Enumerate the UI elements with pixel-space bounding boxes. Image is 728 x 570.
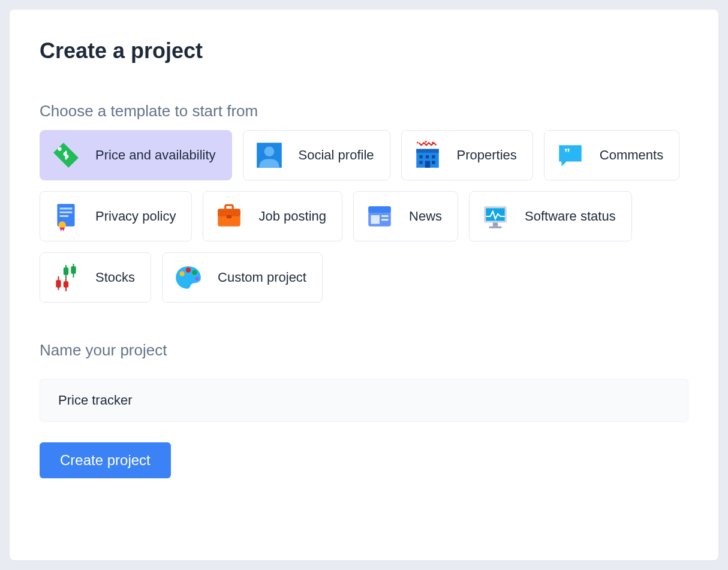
svg-point-0 (58, 147, 61, 150)
svg-marker-4 (416, 141, 419, 144)
svg-rect-13 (432, 161, 435, 164)
svg-point-3 (264, 146, 274, 156)
svg-rect-12 (419, 161, 422, 164)
template-label: Custom project (218, 270, 306, 285)
template-properties[interactable]: Properties (401, 130, 533, 180)
briefcase-icon (213, 200, 245, 233)
building-icon (411, 139, 444, 171)
svg-rect-11 (432, 155, 435, 158)
svg-rect-19 (60, 215, 69, 217)
template-label: Comments (600, 147, 663, 163)
svg-rect-18 (60, 212, 73, 213)
person-icon (253, 139, 285, 171)
svg-rect-39 (64, 281, 68, 287)
name-section: Name your project (40, 341, 688, 422)
template-label: Job posting (258, 209, 326, 224)
svg-rect-17 (60, 207, 73, 209)
svg-point-43 (186, 267, 191, 272)
svg-rect-26 (368, 206, 391, 212)
svg-point-44 (192, 270, 197, 275)
template-custom-project[interactable]: Custom project (162, 252, 323, 303)
palette-icon (172, 261, 204, 294)
svg-marker-5 (424, 140, 427, 143)
template-label: Stocks (95, 270, 135, 285)
svg-rect-28 (381, 215, 388, 217)
template-social-profile[interactable]: Social profile (243, 130, 390, 180)
newspaper-icon (363, 200, 396, 233)
svg-rect-41 (71, 266, 76, 274)
template-stocks[interactable]: Stocks (40, 252, 151, 303)
template-label: Social profile (299, 147, 374, 163)
candlestick-icon (50, 261, 82, 294)
price-tag-icon (50, 139, 82, 171)
svg-point-42 (179, 272, 184, 276)
template-label: Price and availability (95, 147, 216, 163)
document-ribbon-icon (50, 200, 82, 233)
svg-rect-37 (64, 267, 68, 275)
template-label: Privacy policy (95, 209, 176, 224)
template-grid: Price and availability Social profile (40, 130, 688, 303)
name-label: Name your project (40, 341, 688, 360)
svg-text:”: ” (564, 146, 570, 159)
svg-rect-24 (227, 215, 231, 218)
template-label: News (409, 209, 442, 224)
svg-rect-29 (381, 219, 388, 221)
svg-rect-32 (493, 222, 498, 226)
project-name-input[interactable] (40, 379, 688, 422)
template-news[interactable]: News (353, 191, 458, 242)
svg-rect-8 (416, 149, 439, 153)
template-label: Software status (525, 209, 616, 224)
template-software-status[interactable]: Software status (469, 191, 632, 242)
svg-rect-35 (56, 280, 61, 288)
svg-rect-9 (419, 155, 422, 158)
monitor-icon (479, 200, 512, 233)
svg-rect-33 (489, 227, 502, 228)
template-job-posting[interactable]: Job posting (203, 191, 342, 242)
svg-rect-10 (425, 155, 428, 158)
template-section-label: Choose a template to start from (40, 102, 688, 120)
svg-rect-27 (371, 215, 380, 224)
template-comments[interactable]: ” Comments (544, 130, 679, 180)
create-project-card: Create a project Choose a template to st… (10, 10, 718, 560)
create-project-button[interactable]: Create project (40, 442, 171, 478)
comment-icon: ” (554, 139, 586, 171)
template-label: Properties (457, 147, 517, 163)
template-price-availability[interactable]: Price and availability (40, 130, 232, 180)
svg-rect-14 (425, 161, 429, 167)
svg-point-45 (195, 277, 198, 281)
template-privacy-policy[interactable]: Privacy policy (40, 191, 192, 242)
page-title: Create a project (40, 38, 688, 64)
